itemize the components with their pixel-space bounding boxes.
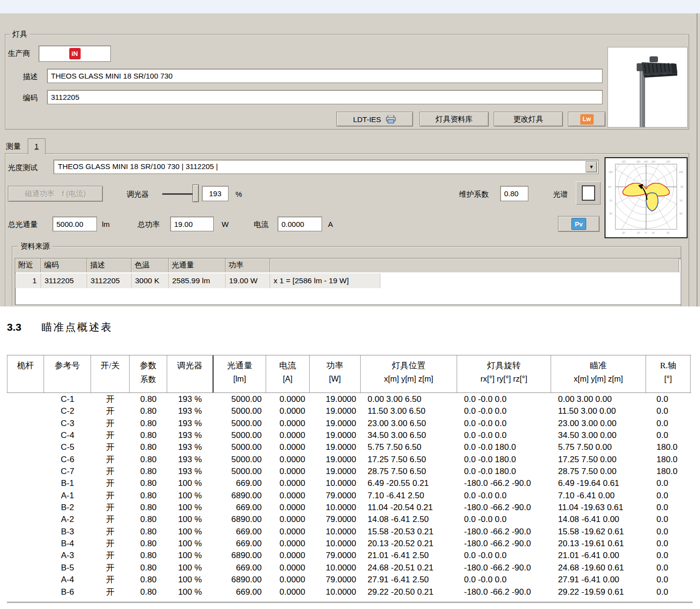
svg-text:180°: 180°	[644, 161, 649, 163]
photometric-combobox[interactable]: THEOS GLASS MINI 18 SR/100 730 | 3112205…	[53, 160, 599, 174]
table-cell: 5000.00	[213, 441, 266, 453]
table-cell: 0.0	[646, 502, 691, 514]
table-cell: 0.0000	[266, 454, 310, 466]
table-cell: 6890.00	[213, 574, 266, 586]
table-cell: 20.13 -19.61 0.61	[551, 538, 646, 550]
table-cell	[7, 454, 44, 466]
table-cell: 开	[91, 562, 130, 574]
table-cell: 79.0000	[310, 514, 361, 525]
lw-button[interactable]: Lw	[568, 112, 606, 127]
maintenance-factor-field[interactable]	[500, 186, 528, 201]
data-source-column-header[interactable]: 附近	[15, 259, 41, 272]
manufacturer-label: 生产商	[8, 49, 30, 58]
table-cell: 100 %	[167, 478, 213, 489]
table-cell: 开	[91, 538, 130, 550]
data-source-cell: x 1 = [2586 lm - 19 W]	[270, 273, 380, 288]
table-cell: A-1	[44, 490, 91, 502]
table-cell: 669.00	[213, 562, 266, 574]
table-cell: 5000.00	[213, 466, 266, 478]
description-field[interactable]	[47, 69, 603, 83]
table-cell: 100 %	[167, 502, 213, 514]
dimmer-value-field[interactable]	[202, 186, 229, 201]
table-cell: 14.08 -6.41 0.00	[551, 514, 646, 525]
table-cell: 10.0000	[310, 526, 361, 538]
table-cell: 0.80	[130, 405, 167, 417]
table-cell: 100 %	[167, 562, 213, 574]
table-cell: 10.0000	[310, 586, 361, 598]
table-cell: 669.00	[213, 538, 266, 550]
table-cell: 11.04 -19.63 0.61	[551, 502, 646, 514]
aiming-table-header: 桅杆参考号开/关参数系数调光器光通量[lm]电流[A]功率[W]灯具位置x[m]…	[7, 355, 691, 393]
dimmer-slider-handle[interactable]	[192, 184, 199, 202]
dimmer-slider-track[interactable]	[162, 193, 195, 195]
table-cell: 34.50 3.00 0.00	[551, 430, 646, 441]
table-cell: 0.0000	[266, 502, 310, 514]
table-cell	[7, 490, 44, 502]
data-source-row[interactable]: 1311220531122053000 K2585.99 lm19.00 Wx …	[15, 273, 380, 288]
table-cell: 0.0000	[266, 538, 310, 550]
screen: 灯具 生产商 iN 描述 编码 LDT-IES 灯具资料库 更改灯具 Lw	[0, 0, 700, 609]
table-cell: 开	[91, 550, 130, 562]
current-unit: A	[328, 220, 333, 229]
table-cell: 0.0 -0.0 180.0	[457, 454, 551, 466]
table-cell	[7, 441, 44, 453]
table-cell	[7, 430, 44, 441]
data-source-column-header[interactable]: 描述	[87, 259, 132, 272]
current-field[interactable]	[278, 217, 322, 231]
pv-button[interactable]: Pv	[558, 216, 600, 232]
table-cell: 20.13 -20.52 0.21	[361, 538, 457, 550]
table-cell: 669.00	[213, 526, 266, 538]
section-title: 瞄准点概述表	[42, 320, 113, 334]
doc-column-header: 开/关	[91, 355, 130, 392]
data-source-cell: 2585.99 lm	[169, 273, 226, 288]
doc-column-header: 灯具位置x[m] y[m] z[m]	[361, 355, 457, 392]
tab-measurement-1[interactable]: 1	[28, 138, 46, 154]
table-row: A-4开0.80100 %6890.000.000079.000027.91 -…	[7, 574, 691, 586]
table-cell: 11.50 3.00 6.50	[361, 405, 457, 417]
total-power-field[interactable]	[170, 217, 214, 231]
luminaire-database-button[interactable]: 灯具资料库	[420, 112, 489, 127]
ldt-ies-button[interactable]: LDT-IES	[336, 112, 413, 127]
svg-text:30°: 30°	[667, 232, 670, 234]
table-cell: 开	[91, 574, 130, 586]
table-row: B-6开0.80100 %669.000.000010.000029.22 -2…	[7, 586, 691, 598]
data-source-column-header[interactable]: 光通量	[169, 259, 226, 272]
table-row: B-3开0.80100 %669.000.000010.000015.58 -2…	[7, 526, 691, 538]
flux-power-button[interactable]: 磁通功率 f (电流)	[8, 186, 103, 202]
table-cell: 开	[91, 393, 130, 405]
table-cell: 0.0000	[266, 562, 310, 574]
dimmer-unit-label: %	[235, 190, 242, 199]
total-flux-field[interactable]	[52, 217, 97, 231]
data-source-column-header[interactable]: 编码	[41, 259, 87, 272]
data-source-column-header[interactable]: 功率	[226, 259, 270, 272]
table-cell: 开	[91, 478, 130, 489]
table-cell: -180.0 -66.2 -90.0	[457, 526, 551, 538]
polar-diagram: 120°160°180°160°120° 105°105° 90°90° 75°…	[605, 157, 688, 238]
table-cell	[7, 526, 44, 538]
table-cell: 27.91 -6.41 0.00	[551, 574, 646, 586]
data-source-column-header[interactable]: 色温	[132, 259, 169, 272]
data-source-column-header[interactable]	[270, 259, 679, 272]
doc-column-header: 功率[W]	[310, 355, 361, 392]
data-source-header: 附近编码描述色温光通量功率	[15, 259, 679, 272]
table-cell: 0.0000	[266, 586, 310, 598]
table-cell: 0.00 3.00 6.50	[361, 393, 457, 405]
table-cell: 193 %	[167, 466, 213, 478]
table-cell: 100 %	[167, 550, 213, 562]
table-cell: 0.80	[130, 526, 167, 538]
svg-text:15°: 15°	[637, 232, 641, 234]
table-cell: 0.0	[646, 490, 691, 502]
table-cell: 0.0000	[266, 405, 310, 417]
table-cell: 669.00	[213, 502, 266, 514]
svg-text:120°: 120°	[666, 161, 671, 163]
code-field[interactable]	[47, 90, 603, 104]
table-cell	[7, 574, 44, 586]
chevron-down-icon[interactable]: ▼	[586, 161, 597, 173]
spectrum-swatch-color	[582, 185, 595, 201]
table-cell: 100 %	[167, 574, 213, 586]
spectrum-swatch[interactable]	[576, 181, 601, 205]
luminaire-group-label: 灯具	[10, 30, 30, 38]
table-cell: 6890.00	[213, 490, 266, 502]
table-cell: 0.0	[646, 418, 691, 430]
change-luminaire-button[interactable]: 更改灯具	[494, 112, 563, 127]
